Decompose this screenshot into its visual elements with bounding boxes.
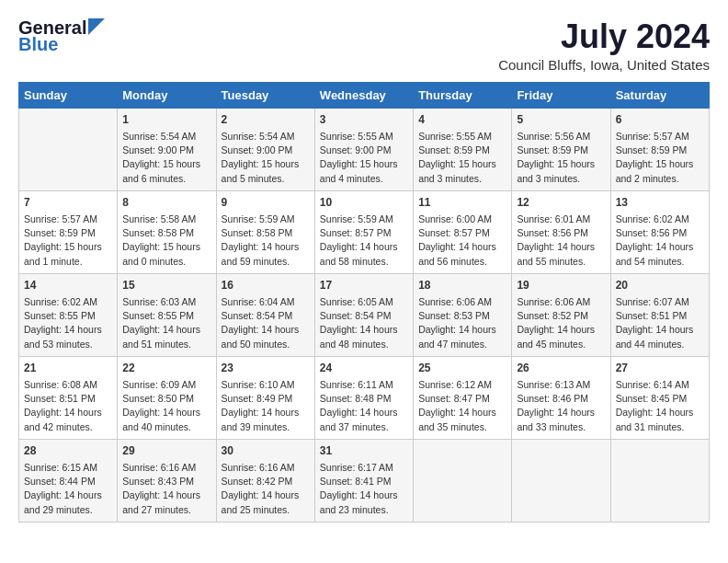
cell-info-line: Sunset: 8:50 PM <box>122 392 210 406</box>
cell-info-line: and 27 minutes. <box>122 503 210 517</box>
cell-info-line: and 51 minutes. <box>122 338 210 351</box>
cell-info-line: Sunset: 8:59 PM <box>616 144 704 157</box>
calendar-cell: 5Sunrise: 5:56 AMSunset: 8:59 PMDaylight… <box>512 108 610 190</box>
cell-info-line: Daylight: 14 hours <box>24 323 112 337</box>
cell-info-line: Daylight: 15 hours <box>222 157 310 171</box>
cell-info-line: Daylight: 14 hours <box>517 240 605 254</box>
cell-info-line: and 40 minutes. <box>122 420 210 434</box>
day-number: 11 <box>418 195 506 211</box>
cell-info-line: and 5 minutes. <box>222 172 310 186</box>
cell-info-line: Sunrise: 6:04 AM <box>222 295 310 309</box>
cell-info-line: and 37 minutes. <box>320 420 408 434</box>
calendar-cell: 30Sunrise: 6:16 AMSunset: 8:42 PMDayligh… <box>216 439 314 522</box>
calendar-cell: 18Sunrise: 6:06 AMSunset: 8:53 PMDayligh… <box>414 273 512 356</box>
cell-info-line: Sunset: 8:43 PM <box>122 475 210 488</box>
title-block: July 2024 Council Bluffs, Iowa, United S… <box>498 18 710 73</box>
cell-info-line: Daylight: 14 hours <box>616 240 704 254</box>
day-number: 29 <box>122 443 210 459</box>
calendar-cell: 4Sunrise: 5:55 AMSunset: 8:59 PMDaylight… <box>414 108 512 190</box>
cell-info-line: Sunset: 8:57 PM <box>418 226 506 240</box>
cell-info-line: Daylight: 14 hours <box>517 406 605 419</box>
weekday-header-row: SundayMondayTuesdayWednesdayThursdayFrid… <box>19 82 710 108</box>
cell-info-line: Daylight: 14 hours <box>320 488 408 502</box>
cell-info-line: and 48 minutes. <box>320 338 408 351</box>
cell-info-line: Sunrise: 6:09 AM <box>122 378 210 392</box>
cell-info-line: Daylight: 14 hours <box>24 406 112 419</box>
cell-info-line: Sunset: 8:55 PM <box>122 309 210 323</box>
cell-info-line: Sunrise: 6:16 AM <box>122 461 210 475</box>
cell-info-line: Sunset: 8:53 PM <box>418 309 506 323</box>
cell-info-line: Sunset: 8:55 PM <box>24 309 112 323</box>
cell-info-line: Sunrise: 6:16 AM <box>222 461 310 475</box>
cell-info-line: Sunrise: 6:05 AM <box>320 295 408 309</box>
cell-info-line: Daylight: 14 hours <box>418 240 506 254</box>
cell-info-line: and 0 minutes. <box>122 255 210 269</box>
cell-info-line: Sunrise: 5:58 AM <box>122 213 210 226</box>
day-number: 15 <box>122 278 210 293</box>
cell-info-line: Daylight: 14 hours <box>616 323 704 337</box>
calendar-cell: 16Sunrise: 6:04 AMSunset: 8:54 PMDayligh… <box>216 273 314 356</box>
weekday-header-saturday: Saturday <box>610 82 709 108</box>
day-number: 14 <box>24 278 112 293</box>
cell-info-line: and 1 minute. <box>24 255 112 269</box>
cell-info-line: Sunrise: 6:06 AM <box>418 295 506 309</box>
cell-info-line: and 44 minutes. <box>616 338 704 351</box>
day-number: 13 <box>616 195 704 211</box>
cell-info-line: Sunset: 8:47 PM <box>418 392 506 406</box>
calendar-cell: 22Sunrise: 6:09 AMSunset: 8:50 PMDayligh… <box>118 356 216 439</box>
day-number: 12 <box>517 195 605 211</box>
calendar-cell: 21Sunrise: 6:08 AMSunset: 8:51 PMDayligh… <box>19 356 118 439</box>
calendar-cell: 15Sunrise: 6:03 AMSunset: 8:55 PMDayligh… <box>118 273 216 356</box>
cell-info-line: Sunrise: 6:17 AM <box>320 461 408 475</box>
calendar-cell: 14Sunrise: 6:02 AMSunset: 8:55 PMDayligh… <box>19 273 118 356</box>
cell-info-line: Sunrise: 6:02 AM <box>24 295 112 309</box>
day-number: 8 <box>122 195 210 211</box>
cell-info-line: and 59 minutes. <box>222 255 310 269</box>
cell-info-line: and 33 minutes. <box>517 420 605 434</box>
day-number: 17 <box>320 278 408 293</box>
weekday-header-monday: Monday <box>118 82 216 108</box>
calendar-cell: 7Sunrise: 5:57 AMSunset: 8:59 PMDaylight… <box>19 190 118 273</box>
calendar-cell: 27Sunrise: 6:14 AMSunset: 8:45 PMDayligh… <box>610 356 709 439</box>
day-number: 22 <box>122 361 210 376</box>
calendar-cell: 19Sunrise: 6:06 AMSunset: 8:52 PMDayligh… <box>512 273 610 356</box>
cell-info-line: Sunrise: 6:06 AM <box>517 295 605 309</box>
cell-info-line: Daylight: 14 hours <box>616 406 704 419</box>
cell-info-line: and 35 minutes. <box>418 420 506 434</box>
day-number: 5 <box>517 112 605 128</box>
cell-info-line: Sunset: 8:59 PM <box>517 144 605 157</box>
cell-info-line: and 2 minutes. <box>616 172 704 186</box>
svg-marker-0 <box>88 18 105 35</box>
cell-info-line: Sunset: 8:52 PM <box>517 309 605 323</box>
cell-info-line: and 55 minutes. <box>517 255 605 269</box>
cell-info-line: and 56 minutes. <box>418 255 506 269</box>
day-number: 19 <box>517 278 605 293</box>
cell-info-line: Sunrise: 6:10 AM <box>222 378 310 392</box>
week-row-5: 28Sunrise: 6:15 AMSunset: 8:44 PMDayligh… <box>19 439 710 522</box>
cell-info-line: Sunset: 8:56 PM <box>517 226 605 240</box>
cell-info-line: Sunrise: 6:07 AM <box>616 295 704 309</box>
logo-triangle-icon <box>88 18 105 35</box>
cell-info-line: Sunrise: 6:11 AM <box>320 378 408 392</box>
cell-info-line: Daylight: 14 hours <box>222 240 310 254</box>
calendar-cell <box>414 439 512 522</box>
cell-info-line: and 58 minutes. <box>320 255 408 269</box>
week-row-1: 1Sunrise: 5:54 AMSunset: 9:00 PMDaylight… <box>19 108 710 190</box>
cell-info-line: Sunset: 9:00 PM <box>320 144 408 157</box>
calendar-cell: 20Sunrise: 6:07 AMSunset: 8:51 PMDayligh… <box>610 273 709 356</box>
calendar-cell: 25Sunrise: 6:12 AMSunset: 8:47 PMDayligh… <box>414 356 512 439</box>
cell-info-line: Sunset: 8:45 PM <box>616 392 704 406</box>
cell-info-line: Sunrise: 6:02 AM <box>616 213 704 226</box>
month-title: July 2024 <box>498 18 710 55</box>
cell-info-line: Sunset: 8:57 PM <box>320 226 408 240</box>
week-row-4: 21Sunrise: 6:08 AMSunset: 8:51 PMDayligh… <box>19 356 710 439</box>
day-number: 31 <box>320 443 408 459</box>
day-number: 7 <box>24 195 112 211</box>
cell-info-line: Sunrise: 5:59 AM <box>222 213 310 226</box>
cell-info-line: and 23 minutes. <box>320 503 408 517</box>
calendar-cell <box>610 439 709 522</box>
cell-info-line: Daylight: 15 hours <box>122 240 210 254</box>
cell-info-line: Sunrise: 5:57 AM <box>24 213 112 226</box>
cell-info-line: Daylight: 15 hours <box>320 157 408 171</box>
cell-info-line: Sunset: 9:00 PM <box>122 144 210 157</box>
